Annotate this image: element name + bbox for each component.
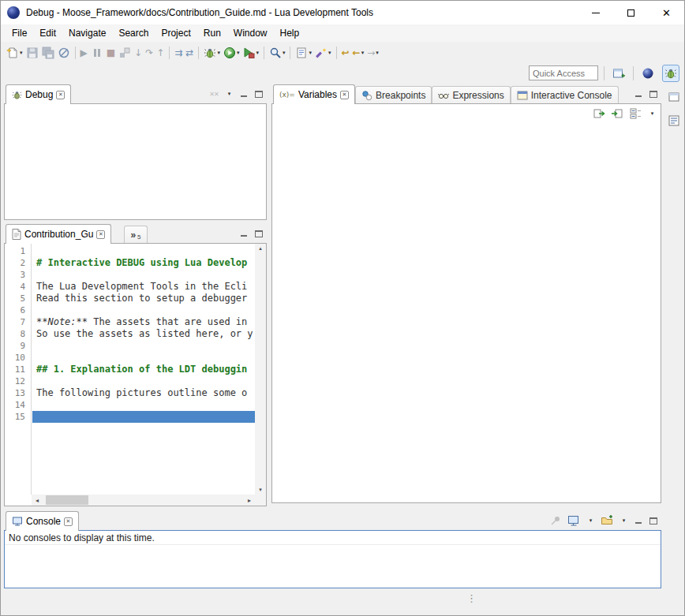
line-number-gutter[interactable]: 1 2 3 4 5 6 7 8 9 10 11 12 13 14 15 [5,244,32,495]
editor-horizontal-scrollbar[interactable]: ◂ ▸ [32,495,255,506]
chevron-down-icon: ▾ [361,50,365,56]
minimize-view-button[interactable] [634,514,643,527]
close-icon[interactable]: ✕ [96,230,105,239]
maximize-button[interactable] [613,1,649,24]
open-perspective-button[interactable] [610,65,627,82]
external-tools-button[interactable]: ▾ [241,44,260,62]
forward-button[interactable]: → ▾ [365,44,380,62]
debug-perspective-icon [664,67,677,80]
open-console-menu-button[interactable]: ▾ [619,514,628,527]
menu-run[interactable]: Run [197,28,227,39]
scrollbar-track[interactable] [43,495,244,506]
tab-expressions[interactable]: Expressions [432,86,510,103]
tab-debug[interactable]: Debug ✕ [6,84,71,104]
minimize-view-button[interactable] [239,88,249,100]
skip-breakpoints-button[interactable] [56,44,72,62]
step-return-icon: ↑ [156,47,164,59]
pin-console-button[interactable] [549,514,562,527]
scroll-down-icon[interactable]: ▾ [259,487,262,493]
outline-view-icon [668,114,680,127]
scroll-right-icon[interactable]: ▸ [244,497,255,504]
search-button[interactable]: ▾ [268,44,287,62]
restore-view-button[interactable] [666,89,682,105]
step-over-button[interactable]: ↷ [144,44,155,62]
close-icon[interactable]: ✕ [56,91,65,99]
tab-contribution-guide[interactable]: Contribution_Gu ✕ [6,224,111,244]
step-into-button[interactable]: ↓ [133,44,144,62]
show-type-names-button[interactable] [611,107,623,120]
scroll-left-icon[interactable]: ◂ [32,497,43,504]
editor-actions [239,224,264,243]
perspective-debug-button[interactable] [662,65,679,82]
save-button[interactable] [24,44,40,62]
debug-button[interactable]: ▾ [202,44,222,62]
menu-edit[interactable]: Edit [33,28,62,39]
menu-search[interactable]: Search [112,28,155,39]
suspend-button[interactable] [89,44,105,62]
editor-tab-overflow-button[interactable]: »5 [124,226,147,243]
close-icon[interactable]: ✕ [64,517,73,526]
editor-vertical-scrollbar[interactable]: ▴ ▾ [255,244,266,495]
minimize-button[interactable] [578,1,613,24]
menu-window[interactable]: Window [227,28,274,39]
maximize-view-button[interactable] [254,227,264,240]
close-icon[interactable]: ✕ [340,91,349,99]
view-menu-button[interactable]: ▾ [224,88,234,100]
remove-terminated-button[interactable]: ✕✕ [209,88,219,100]
line-number: 15 [5,411,31,423]
variables-icon: (x)= [279,91,295,99]
back-button[interactable]: ← ▾ [351,44,366,62]
menu-navigate[interactable]: Navigate [62,28,112,39]
line-number: 9 [5,340,31,352]
trim-drag-handle[interactable]: ⋮ [466,593,477,603]
perspective-ldt-button[interactable] [639,65,657,82]
last-edit-location-button[interactable]: ↩ [340,44,351,62]
menu-file[interactable]: File [6,28,33,39]
variables-part: (x)= Variables ✕ Breakpoints Expressions… [271,84,661,503]
quick-access-input[interactable] [529,65,598,80]
scrollbar-thumb[interactable] [46,495,88,505]
run-button[interactable]: ▾ [222,44,241,62]
step-return-button[interactable]: ↑ [155,44,166,62]
new-wizard-button[interactable]: ▾ [313,44,333,62]
tab-breakpoints[interactable]: Breakpoints [355,86,432,103]
collapse-all-button[interactable] [629,107,642,120]
scroll-up-icon[interactable]: ▴ [259,245,262,252]
chevron-down-icon: ▾ [328,50,331,56]
minimized-outline-view-button[interactable] [666,113,682,129]
line-number: 1 [5,245,31,257]
maximize-view-button[interactable] [649,88,658,100]
save-all-button[interactable] [40,44,56,62]
open-element-button[interactable]: ▾ [294,44,313,62]
view-menu-button[interactable]: ▾ [647,107,657,120]
disconnect-button[interactable] [117,44,133,62]
menu-help[interactable]: Help [274,28,306,39]
maximize-view-button[interactable] [649,514,658,527]
editor-part: Contribution_Gu ✕ »5 1 2 3 4 5 [4,224,267,506]
tab-console[interactable]: Console ✕ [6,511,79,531]
tab-variables[interactable]: (x)= Variables ✕ [273,84,355,104]
editor-line [32,304,255,316]
minimize-view-button[interactable] [239,227,249,240]
use-step-filters-button[interactable]: ⇉ [173,44,184,62]
maximize-view-button[interactable] [254,88,264,100]
resume-button[interactable]: ▶ [79,44,89,62]
debug-view-body [4,103,267,220]
new-file-icon [6,47,19,59]
display-console-menu-button[interactable]: ▾ [586,514,595,527]
chevron-down-icon: ▾ [376,50,379,56]
open-console-button[interactable] [601,514,613,527]
tab-label: Contribution_Gu [24,229,93,240]
line-number: 12 [5,375,31,387]
editor-text-area[interactable]: # Interactive DEBUG using Lua Develop Th… [32,244,255,495]
drop-to-frame-button[interactable]: ⇄ [184,44,195,62]
tab-interactive-console[interactable]: Interactive Console [511,86,619,103]
show-logical-structures-button[interactable] [593,107,605,120]
minimize-view-button[interactable] [634,88,643,100]
close-button[interactable]: ✕ [649,1,684,24]
maximize-icon [649,91,657,98]
new-button[interactable]: ▾ [5,44,24,62]
terminate-button[interactable]: ■ [105,44,117,62]
menu-project[interactable]: Project [155,28,197,39]
display-console-button[interactable] [567,514,580,527]
